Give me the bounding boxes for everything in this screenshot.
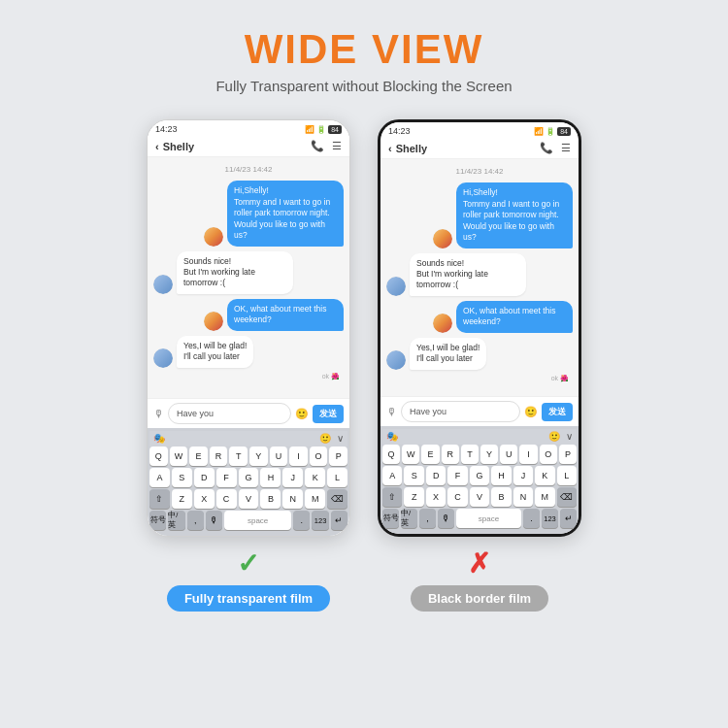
bkey-a[interactable]: A — [382, 466, 402, 485]
key-j[interactable]: J — [282, 468, 303, 487]
key-u[interactable]: U — [270, 447, 288, 466]
bkey-dot[interactable]: . — [523, 509, 540, 528]
key-mic-kb[interactable]: 🎙 — [206, 511, 222, 530]
black-msg-1: Hi,Shelly!Tommy and I want to go in roll… — [386, 182, 573, 248]
key-123[interactable]: 123 — [312, 511, 328, 530]
key-e[interactable]: E — [189, 447, 208, 466]
key-symbol[interactable]: 符号 — [149, 511, 166, 530]
white-send-button[interactable]: 发送 — [313, 405, 344, 423]
black-back-arrow[interactable]: ‹ — [388, 143, 392, 154]
key-y[interactable]: Y — [249, 447, 268, 466]
bkey-shift[interactable]: ⇧ — [382, 487, 402, 507]
bkey-d[interactable]: D — [426, 466, 446, 485]
key-f[interactable]: F — [216, 468, 237, 487]
black-kb-smiley[interactable]: 🙂 — [548, 431, 560, 442]
key-q[interactable]: Q — [149, 447, 168, 466]
key-v[interactable]: V — [239, 489, 259, 509]
key-enter[interactable]: ↵ — [331, 511, 347, 530]
black-cross-mark: ✗ — [468, 550, 490, 578]
bkey-h[interactable]: H — [491, 466, 511, 485]
black-kb-emoji[interactable]: 🎭 — [386, 431, 398, 442]
key-b[interactable]: B — [260, 489, 281, 509]
bkey-n[interactable]: N — [513, 487, 533, 507]
black-bubble-2: Sounds nice!But I'm working late tomorro… — [410, 253, 526, 296]
white-phone: 14:23 📶 🔋 84 ‹ Shelly 📞 ☰ — [147, 119, 350, 537]
key-m[interactable]: M — [305, 489, 325, 509]
black-keyboard: 🎭 🙂 ∨ Q W E R T Y U — [381, 426, 579, 534]
bkey-s[interactable]: S — [404, 466, 423, 485]
bkey-123[interactable]: 123 — [542, 509, 558, 528]
key-g[interactable]: G — [239, 468, 259, 487]
black-kb-row4: 符号 中/英 , 🎙 space . 123 ↵ — [382, 509, 577, 528]
white-mic-icon[interactable]: 🎙 — [153, 408, 164, 419]
key-w[interactable]: W — [170, 447, 188, 466]
bkey-comma[interactable]: , — [419, 509, 436, 528]
key-comma[interactable]: , — [187, 511, 204, 530]
bkey-f[interactable]: F — [447, 466, 467, 485]
black-menu-icon[interactable]: ☰ — [561, 142, 571, 154]
bkey-backspace[interactable]: ⌫ — [557, 487, 577, 507]
bkey-z[interactable]: Z — [404, 487, 423, 507]
bkey-v[interactable]: V — [470, 487, 489, 507]
key-shift[interactable]: ⇧ — [149, 489, 170, 509]
key-t[interactable]: T — [229, 447, 248, 466]
bkey-w[interactable]: W — [402, 445, 419, 464]
bkey-symbol[interactable]: 符号 — [382, 509, 399, 528]
white-kb-chevron[interactable]: ∨ — [337, 433, 344, 444]
key-space[interactable]: space — [224, 511, 291, 530]
key-d[interactable]: D — [194, 468, 215, 487]
bkey-y[interactable]: Y — [480, 445, 498, 464]
bkey-mic-kb[interactable]: 🎙 — [438, 509, 454, 528]
key-s[interactable]: S — [172, 468, 192, 487]
bkey-chinese[interactable]: 中/英 — [401, 509, 417, 528]
key-o[interactable]: O — [310, 447, 328, 466]
white-emoji-icon[interactable]: 🙂 — [295, 408, 309, 420]
bkey-j[interactable]: J — [513, 466, 533, 485]
bkey-k[interactable]: K — [535, 466, 554, 485]
key-k[interactable]: K — [305, 468, 325, 487]
bkey-b[interactable]: B — [491, 487, 511, 507]
white-kb-smiley[interactable]: 🙂 — [319, 433, 331, 444]
bkey-p[interactable]: P — [559, 445, 577, 464]
white-phone-icon[interactable]: 📞 — [311, 140, 324, 152]
bkey-l[interactable]: L — [557, 466, 577, 485]
black-bubble-1: Hi,Shelly!Tommy and I want to go in roll… — [456, 182, 573, 248]
key-z[interactable]: Z — [172, 489, 192, 509]
bkey-q[interactable]: Q — [382, 445, 400, 464]
black-send-button[interactable]: 发送 — [542, 403, 573, 421]
key-chinese[interactable]: 中/英 — [168, 511, 184, 530]
white-back-arrow[interactable]: ‹ — [155, 141, 159, 152]
key-r[interactable]: R — [210, 447, 228, 466]
black-phone-icon[interactable]: 📞 — [540, 142, 553, 154]
white-menu-icon[interactable]: ☰ — [332, 140, 342, 152]
bkey-c[interactable]: C — [447, 487, 467, 507]
key-c[interactable]: C — [216, 489, 237, 509]
bkey-x[interactable]: X — [426, 487, 446, 507]
black-chat-header: ‹ Shelly 📞 ☰ — [381, 138, 579, 159]
bkey-t[interactable]: T — [461, 445, 479, 464]
bkey-o[interactable]: O — [540, 445, 557, 464]
black-mic-icon[interactable]: 🎙 — [386, 406, 397, 417]
white-input-field[interactable]: Have you — [168, 403, 291, 424]
key-backspace[interactable]: ⌫ — [327, 489, 347, 509]
black-input-field[interactable]: Have you — [401, 401, 520, 422]
key-h[interactable]: H — [260, 468, 281, 487]
black-emoji-icon[interactable]: 🙂 — [524, 406, 538, 418]
key-n[interactable]: N — [282, 489, 303, 509]
bkey-r[interactable]: R — [442, 445, 459, 464]
bkey-space[interactable]: space — [456, 509, 521, 528]
bkey-i[interactable]: I — [519, 445, 537, 464]
bkey-g[interactable]: G — [470, 466, 489, 485]
key-i[interactable]: I — [289, 447, 308, 466]
bkey-u[interactable]: U — [500, 445, 517, 464]
key-dot[interactable]: . — [293, 511, 310, 530]
bkey-enter[interactable]: ↵ — [560, 509, 577, 528]
key-a[interactable]: A — [149, 468, 170, 487]
black-kb-chevron[interactable]: ∨ — [566, 431, 573, 442]
key-l[interactable]: L — [327, 468, 347, 487]
key-p[interactable]: P — [329, 447, 347, 466]
key-x[interactable]: X — [194, 489, 215, 509]
bkey-e[interactable]: E — [421, 445, 439, 464]
bkey-m[interactable]: M — [535, 487, 554, 507]
white-kb-emoji[interactable]: 🎭 — [153, 433, 165, 444]
